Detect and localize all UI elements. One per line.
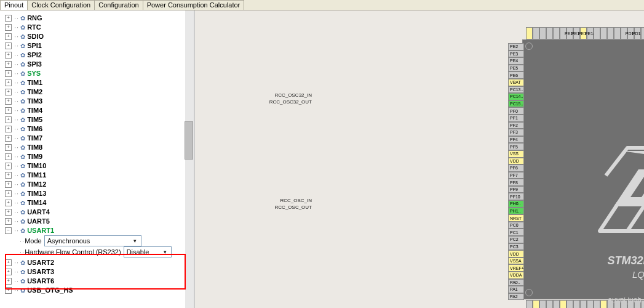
tree-node-tim3[interactable]: +··✿TIM3 <box>5 97 193 105</box>
pin-unnamed[interactable] <box>553 27 560 39</box>
pin-unnamed[interactable] <box>539 27 546 39</box>
expander-icon[interactable]: + <box>5 15 12 22</box>
expander-icon[interactable]: + <box>5 89 12 95</box>
expander-icon[interactable]: + <box>5 218 12 225</box>
expander-icon[interactable]: + <box>5 269 12 275</box>
dropdown-hardware-flow-control-rs232-[interactable]: Disable▾ <box>124 246 172 257</box>
tree-node-tim4[interactable]: +··✿TIM4 <box>5 106 193 115</box>
pin-unnamed[interactable] <box>533 27 539 39</box>
pin-VSSA[interactable]: VSSA <box>508 257 524 265</box>
pin-unnamed[interactable] <box>553 300 560 308</box>
pin-unnamed[interactable] <box>526 27 533 39</box>
tree-node-tim2[interactable]: +··✿TIM2 <box>5 87 193 96</box>
tree-node-usb_otg_hs[interactable]: +··✿USB_OTG_HS <box>5 286 193 294</box>
pin-unnamed[interactable] <box>594 300 600 308</box>
pin-PF2[interactable]: PF2 <box>508 122 524 129</box>
pin-NRST[interactable]: NRST <box>508 214 524 222</box>
pin-PE6[interactable]: PE6 <box>508 71 524 79</box>
pin-PE5[interactable]: PE5 <box>508 65 524 72</box>
expander-icon[interactable]: + <box>5 181 12 188</box>
pin-PH0..[interactable]: PH0.. <box>508 200 524 208</box>
tree-node-usart6[interactable]: +··✿USART6 <box>5 277 193 285</box>
pin-VSS[interactable]: VSS <box>508 150 524 158</box>
expander-icon[interactable]: + <box>5 61 12 68</box>
tree-node-tim10[interactable]: +··✿TIM10 <box>5 161 193 170</box>
tree-node-tim8[interactable]: +··✿TIM8 <box>5 143 193 152</box>
pin-PF8[interactable]: PF8 <box>508 179 524 186</box>
pin-unnamed[interactable] <box>573 300 580 308</box>
pin-unnamed[interactable] <box>526 300 533 308</box>
tree-node-tim14[interactable]: +··✿TIM14 <box>5 198 193 207</box>
tree-node-sdio[interactable]: +··✿SDIO <box>5 32 193 41</box>
tree-node-usart1[interactable]: −··✿USART1 <box>5 226 193 235</box>
pin-unnamed[interactable] <box>580 300 587 308</box>
expander-icon[interactable]: + <box>5 24 12 31</box>
pin-PF9[interactable]: PF9 <box>508 186 524 193</box>
pin-PF3[interactable]: PF3 <box>508 129 524 136</box>
pin-PC13..[interactable]: PC13.. <box>508 86 524 94</box>
expander-icon[interactable]: + <box>5 144 12 151</box>
pin-PE14[interactable]: PE14 <box>587 27 594 39</box>
pin-unnamed[interactable] <box>607 27 614 39</box>
tree-node-spi1[interactable]: +··✿SPI1 <box>5 41 193 50</box>
pin-PC2[interactable]: PC2 <box>508 236 524 243</box>
pin-unnamed[interactable] <box>614 27 621 39</box>
pin-unnamed[interactable] <box>600 300 607 308</box>
tree-node-spi2[interactable]: +··✿SPI2 <box>5 51 193 59</box>
pin-unnamed[interactable] <box>539 300 546 308</box>
tab-power-consumption-calculator[interactable]: Power Consumption Calculator <box>143 0 245 10</box>
tree-node-tim6[interactable]: +··✿TIM6 <box>5 124 193 133</box>
expander-icon[interactable]: + <box>5 107 12 114</box>
tab-configuration[interactable]: Configuration <box>94 0 143 10</box>
pin-PE3[interactable]: PE3 <box>508 51 524 58</box>
pin-PF4[interactable]: PF4 <box>508 136 524 144</box>
tree-node-tim12[interactable]: +··✿TIM12 <box>5 180 193 188</box>
tab-clock-configuration[interactable]: Clock Configuration <box>27 0 95 10</box>
expander-icon[interactable]: + <box>5 52 12 59</box>
pin-PE2[interactable]: PE2 <box>508 43 524 51</box>
expander-icon[interactable]: + <box>5 135 12 142</box>
expander-icon[interactable]: + <box>5 98 12 105</box>
pin-PH1..[interactable]: PH1.. <box>508 208 524 215</box>
tab-pinout[interactable]: Pinout <box>0 0 28 10</box>
pin-unnamed[interactable] <box>641 27 644 39</box>
pin-PA0..[interactable]: PA0.. <box>508 279 524 286</box>
pin-PC15..[interactable]: PC15.. <box>508 100 524 108</box>
pin-PF6[interactable]: PF6 <box>508 164 524 172</box>
tree-node-tim7[interactable]: +··✿TIM7 <box>5 134 193 142</box>
pin-VBAT[interactable]: VBAT <box>508 79 524 86</box>
tree-node-uart5[interactable]: +··✿UART5 <box>5 217 193 225</box>
pin-VDD[interactable]: VDD <box>508 158 524 165</box>
tree-node-tim5[interactable]: +··✿TIM5 <box>5 115 193 124</box>
expander-icon[interactable]: + <box>5 153 12 160</box>
expander-icon[interactable]: − <box>5 227 12 234</box>
pin-PF7[interactable]: PF7 <box>508 172 524 179</box>
expander-icon[interactable]: + <box>5 43 12 49</box>
tree-node-usart3[interactable]: +··✿USART3 <box>5 267 193 276</box>
tree-node-uart4[interactable]: +··✿UART4 <box>5 208 193 216</box>
pin-PC14..[interactable]: PC14.. <box>508 93 524 100</box>
pin-PA1[interactable]: PA1 <box>508 286 524 293</box>
pin-PF5[interactable]: PF5 <box>508 143 524 150</box>
expander-icon[interactable]: + <box>5 278 12 285</box>
tree-node-tim13[interactable]: +··✿TIM13 <box>5 189 193 198</box>
pin-PF0[interactable]: PF0 <box>508 107 524 115</box>
expander-icon[interactable]: + <box>5 163 12 169</box>
pin-PF1[interactable]: PF1 <box>508 115 524 122</box>
pinout-view[interactable]: STM32F407ZGTx LQFP144 PE2PE3PE4PE5PE6VBA… <box>195 10 644 308</box>
pin-unnamed[interactable] <box>600 27 607 39</box>
pin-unnamed[interactable] <box>566 300 573 308</box>
tree-node-spi3[interactable]: +··✿SPI3 <box>5 60 193 68</box>
tree-node-rng[interactable]: +··✿RNG <box>5 14 193 22</box>
pin-PE4[interactable]: PE4 <box>508 57 524 65</box>
tree-node-sys[interactable]: +··✿SYS <box>5 69 193 78</box>
pin-PC3[interactable]: PC3 <box>508 243 524 251</box>
dropdown-mode[interactable]: Asynchronous▾ <box>44 235 141 246</box>
pin-PC1[interactable]: PC1 <box>508 229 524 236</box>
pin-VDDA[interactable]: VDDA <box>508 272 524 279</box>
pin-unnamed[interactable] <box>546 300 553 308</box>
tree-node-usart2[interactable]: +··✿USART2 <box>5 258 193 267</box>
tree-node-tim1[interactable]: +··✿TIM1 <box>5 78 193 87</box>
expander-icon[interactable]: + <box>5 126 12 132</box>
pin-unnamed[interactable] <box>560 300 566 308</box>
